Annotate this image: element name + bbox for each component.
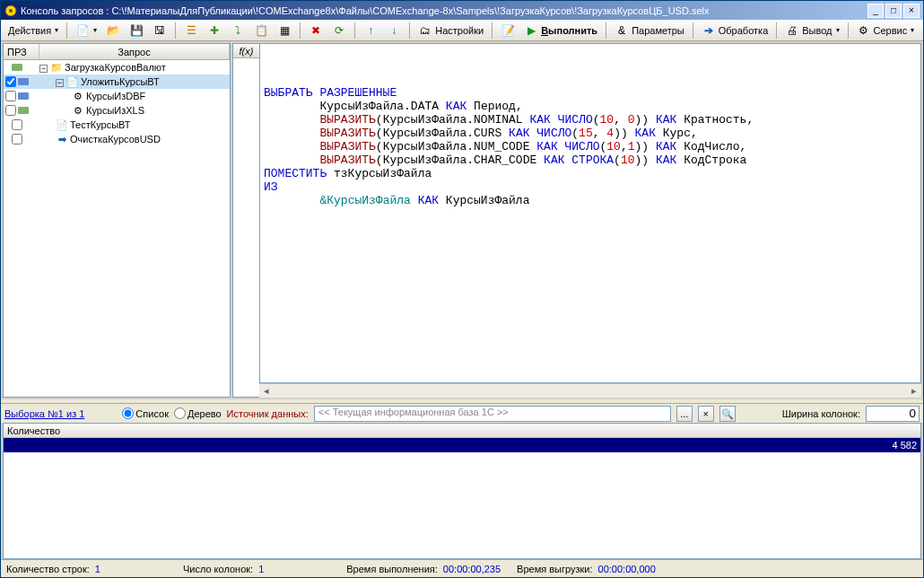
refresh-icon[interactable]: ⟳ xyxy=(328,22,350,39)
params-button[interactable]: &Параметры xyxy=(611,22,688,39)
rows-label: Количество строк: xyxy=(6,564,90,574)
tree-item[interactable]: ⚙КурсыИзDBF xyxy=(4,89,230,103)
dump-value: 00:00:00,000 xyxy=(598,564,656,574)
source-browse-button[interactable]: ... xyxy=(676,406,693,422)
run-button[interactable]: ▶Выполнить xyxy=(520,22,601,39)
query-editor[interactable]: ▸ ВЫБРАТЬ РАЗРЕШЕННЫЕ КурсыИзФайла.DATA … xyxy=(259,43,921,383)
source-find-icon[interactable]: 🔍 xyxy=(719,406,736,422)
titlebar: Консоль запросов : C:\!МатериалыДляПубли… xyxy=(1,1,923,20)
datasource-field[interactable]: << Текущая информационная база 1C >> xyxy=(314,406,671,422)
open-icon[interactable]: 📂 xyxy=(102,22,124,39)
col-prz[interactable]: ПРЗ xyxy=(4,44,39,59)
cols-value: 1 xyxy=(258,564,264,574)
new-icon[interactable]: 📄▾ xyxy=(72,22,100,39)
selection-link[interactable]: Выборка №1 из 1 xyxy=(4,408,84,419)
workspace: ПРЗ Запрос −📁ЗагрузкаКурсовВалют−📄Уложит… xyxy=(1,41,923,399)
list-icon[interactable]: ☰ xyxy=(180,22,202,39)
save-icon[interactable]: 💾 xyxy=(126,22,147,39)
result-grid: Количество 4 582 xyxy=(3,423,921,559)
exec-label: Время выполнения: xyxy=(346,564,438,574)
close-button[interactable]: × xyxy=(903,4,920,18)
app-icon xyxy=(4,4,17,17)
exec-value: 00:00:00,235 xyxy=(443,564,501,574)
result-empty-area xyxy=(4,452,920,558)
processing-button[interactable]: ➔Обработка xyxy=(698,22,771,39)
add-sub-icon[interactable]: ⤵ xyxy=(227,22,248,39)
grid-icon[interactable]: ▦ xyxy=(274,22,295,39)
service-menu[interactable]: ⚙Сервис▾ xyxy=(853,22,919,39)
saveall-icon[interactable]: 🖫 xyxy=(149,22,170,39)
tree-item[interactable]: 📄ТестКурсыВТ xyxy=(4,118,230,132)
statusbar: Количество строк: 1 Число колонок: 1 Вре… xyxy=(1,559,923,577)
actions-menu[interactable]: Действия▾ xyxy=(4,22,62,39)
fx-label[interactable]: f(x) xyxy=(233,44,259,58)
tree-header: ПРЗ Запрос xyxy=(4,44,230,60)
toolbar: Действия▾ 📄▾ 📂 💾 🖫 ☰ ✚ ⤵ 📋 ▦ ✖ ⟳ ↑ ↓ 🗂На… xyxy=(1,20,923,41)
window-title: Консоль запросов : C:\!МатериалыДляПубли… xyxy=(21,5,866,16)
editor-gutter: f(x) xyxy=(232,43,259,398)
svg-point-1 xyxy=(9,9,13,13)
query-builder-icon[interactable]: 📝 xyxy=(497,22,519,39)
editor-hscrollbar[interactable]: ◂ ▸ xyxy=(259,383,921,398)
tree-item[interactable]: ⚙КурсыИзXLS xyxy=(4,103,230,118)
result-row[interactable]: 4 582 xyxy=(4,438,920,452)
delete-icon[interactable]: ✖ xyxy=(305,22,327,39)
colwidth-input[interactable] xyxy=(866,406,920,422)
source-label: Источник данных: xyxy=(227,408,309,419)
cols-label: Число колонок: xyxy=(183,564,253,574)
dump-label: Время выгрузки: xyxy=(517,564,592,574)
tree-item[interactable]: −📄УложитьКурсыВТ xyxy=(4,74,230,89)
tree-item[interactable]: −📁ЗагрузкаКурсовВалют xyxy=(4,60,230,74)
editor-area: f(x) ▸ ВЫБРАТЬ РАЗРЕШЕННЫЕ КурсыИзФайла.… xyxy=(232,43,921,398)
minimize-button[interactable]: _ xyxy=(867,4,884,18)
up-icon[interactable]: ↑ xyxy=(360,22,381,39)
query-tree-panel: ПРЗ Запрос −📁ЗагрузкаКурсовВалют−📄Уложит… xyxy=(3,43,231,398)
output-menu[interactable]: 🖨Вывод▾ xyxy=(781,22,842,39)
rows-value: 1 xyxy=(95,564,100,574)
tree-body[interactable]: −📁ЗагрузкаКурсовВалют−📄УложитьКурсыВТ⚙Ку… xyxy=(4,60,230,397)
result-header[interactable]: Количество xyxy=(4,424,920,438)
source-clear-button[interactable]: × xyxy=(698,406,714,422)
settings-button[interactable]: 🗂Настройки xyxy=(414,22,487,39)
copy-icon[interactable]: 📋 xyxy=(250,22,272,39)
tree-item[interactable]: ➡ОчисткаКурсовUSD xyxy=(4,132,230,146)
radio-tree[interactable]: Дерево xyxy=(174,407,222,419)
result-toolbar: Выборка №1 из 1 Список Дерево Источник д… xyxy=(1,403,923,423)
colwidth-label: Ширина колонок: xyxy=(782,408,860,419)
maximize-button[interactable]: □ xyxy=(885,4,902,18)
down-icon[interactable]: ↓ xyxy=(383,22,405,39)
radio-list[interactable]: Список xyxy=(122,407,169,419)
add-icon[interactable]: ✚ xyxy=(204,22,225,39)
col-query[interactable]: Запрос xyxy=(39,44,230,59)
